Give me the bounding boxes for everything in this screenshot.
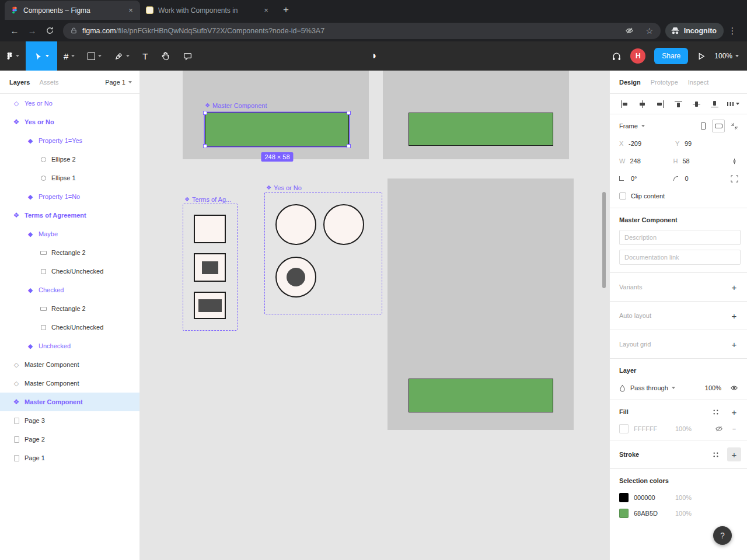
comment-tool-button[interactable] [177,41,198,71]
layer-row[interactable]: ❖Terms of Agreement [0,206,139,225]
selection-label[interactable]: ❖ Master Component [205,102,267,109]
fill-opacity[interactable]: 100% [675,425,692,432]
distribute-icon[interactable] [726,97,740,111]
pen-tool-button[interactable] [108,41,136,71]
browser-menu-icon[interactable]: ⋮ [724,22,741,40]
landscape-orientation-icon[interactable] [712,120,725,132]
layer-row[interactable]: ◆Property 1=No [0,187,139,206]
frame-type-dropdown[interactable]: Frame [619,123,645,130]
align-bottom-icon[interactable] [708,97,722,111]
tab-design[interactable]: Design [619,79,641,86]
address-bar[interactable]: figma.com/file/pnFGkrHBnQwNdqSufbV72X/Co… [63,23,661,39]
shape-tool-button[interactable] [81,41,108,71]
eye-visible-icon[interactable] [727,381,741,395]
add-auto-layout-button[interactable]: + [727,309,741,323]
align-right-icon[interactable] [653,97,667,111]
portrait-orientation-icon[interactable] [697,120,710,132]
layer-row[interactable]: ◆Property 1=Yes [0,131,139,150]
chevron-down-icon[interactable] [46,55,49,57]
selection-color-row[interactable]: 68AB5D 100% [610,505,747,521]
layer-row-selected[interactable]: ❖Master Component [0,393,139,411]
align-left-icon[interactable] [617,97,631,111]
layer-row[interactable]: ◇Yes or No [0,94,139,113]
share-button[interactable]: Share [654,48,688,64]
tab-prototype[interactable]: Prototype [651,79,678,86]
corner-radius-field[interactable]: 0 [673,175,728,182]
width-field[interactable]: W248 [619,158,673,164]
tab-close-icon[interactable]: × [126,6,135,15]
resize-handle[interactable] [347,144,351,148]
layer-row[interactable]: ◇Master Component [0,355,139,374]
layer-row[interactable]: ◆Unchecked [0,337,139,355]
layer-row[interactable]: Rectangle 2 [0,243,139,262]
layer-row[interactable]: Ellipse 2 [0,150,139,169]
canvas[interactable]: ❖ Master Component 248 × 58 ❖ Terms of A… [140,71,609,560]
layer-opacity[interactable]: 100% [705,384,721,391]
reload-button[interactable] [41,22,58,40]
resize-handle[interactable] [203,144,207,148]
eye-hidden-icon[interactable] [712,422,726,436]
browser-tab-active[interactable]: Components – Figma × [5,1,140,20]
eye-slash-icon[interactable] [622,23,637,38]
styles-grid-icon[interactable] [708,405,722,419]
tab-close-icon[interactable]: × [261,6,271,15]
layer-row[interactable]: ◇Master Component [0,374,139,393]
main-menu-button[interactable] [0,41,26,71]
layer-row[interactable]: Page 1 [0,449,139,467]
rotation-field[interactable]: 0° [619,175,673,182]
blend-mode-dropdown[interactable]: Pass through [630,384,675,391]
resize-handle[interactable] [203,111,207,115]
layer-row[interactable]: Page 3 [0,411,139,430]
layer-row[interactable]: Check/Unchecked [0,318,139,337]
x-position-field[interactable]: X-209 [619,140,675,147]
independent-corners-icon[interactable] [727,172,741,186]
constrain-proportions-icon[interactable] [727,154,741,168]
documentation-link-input[interactable] [619,250,741,265]
selection-color-row[interactable]: 000000 100% [610,489,747,505]
description-input[interactable] [619,230,741,245]
clip-content-row[interactable]: Clip content [610,187,747,205]
chevron-down-icon[interactable] [71,55,75,57]
fill-color-swatch[interactable] [619,424,629,433]
layer-row[interactable]: Page 2 [0,430,139,449]
align-horizontal-center-icon[interactable] [635,97,649,111]
tab-layers[interactable]: Layers [9,79,30,86]
layer-row[interactable]: ❖Yes or No [0,113,139,131]
checkbox-checked-shape[interactable] [194,253,226,282]
present-play-icon[interactable] [697,52,706,61]
frame-tool-button[interactable]: # [57,41,81,71]
checkbox-empty-shape[interactable] [194,215,226,243]
forward-button[interactable]: → [23,22,41,40]
align-vertical-center-icon[interactable] [690,97,704,111]
layer-row[interactable]: Rectangle 2 [0,299,139,318]
resize-handle[interactable] [347,111,351,115]
align-top-icon[interactable] [671,97,685,111]
tab-inspect[interactable]: Inspect [688,79,708,86]
master-component-shape[interactable] [205,113,349,146]
shrink-icon[interactable] [727,119,741,133]
fill-row[interactable]: FFFFFF 100% − [610,421,747,437]
layer-row[interactable]: Check/Unchecked [0,262,139,281]
clip-content-checkbox[interactable] [619,192,626,200]
yes-no-component-label[interactable]: ❖ Yes or No [266,184,302,191]
help-button[interactable]: ? [713,526,732,545]
color-swatch-green[interactable] [619,509,629,518]
new-tab-button[interactable]: + [278,2,294,18]
add-stroke-button[interactable]: + [727,447,741,461]
layer-row[interactable]: ◆Checked [0,281,139,299]
radio-empty-shape[interactable] [323,204,364,245]
canvas-scrollbar[interactable] [602,192,606,288]
radio-selected-shape[interactable] [275,257,316,298]
layer-row[interactable]: Ellipse 1 [0,169,139,187]
avatar[interactable]: H [630,48,645,64]
text-tool-button[interactable]: T [136,41,154,71]
y-position-field[interactable]: Y99 [675,140,731,147]
audio-headphones-icon[interactable] [612,51,622,61]
bookmark-star-icon[interactable]: ☆ [642,23,657,38]
radio-empty-shape[interactable] [275,204,316,245]
page-selector[interactable]: Page 1 [105,79,132,86]
move-tool-button[interactable] [26,41,57,71]
fill-hex[interactable]: FFFFFF [634,425,670,432]
tab-assets[interactable]: Assets [39,79,58,86]
component-instance-shape[interactable] [409,113,553,146]
